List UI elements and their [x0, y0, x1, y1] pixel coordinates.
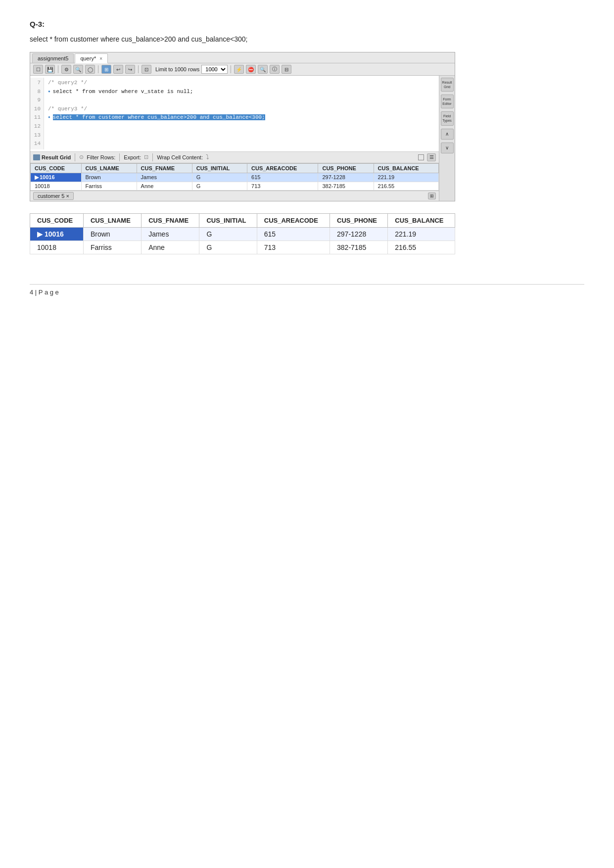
sidebar-chevron-down[interactable]: ∨ [441, 143, 454, 153]
tb-copy-btn[interactable]: ⊡ [142, 65, 151, 74]
cell-cuscode: 10018 [31, 182, 82, 190]
cell-cusphone: 297-1228 [318, 173, 374, 182]
code-line-14 [48, 140, 435, 148]
tb-sep1 [58, 65, 58, 73]
big-cell-cuscode: ▶ 10016 [30, 227, 84, 241]
tab-query-close[interactable]: × [99, 56, 102, 61]
code-line-12 [48, 122, 435, 131]
tb-circle-btn[interactable]: ◯ [85, 65, 95, 74]
line-14: 14 [33, 140, 41, 148]
line-9: 9 [33, 96, 41, 105]
col-header-cusinitial: CUS_INITIAL [192, 163, 247, 173]
big-cell-cusbalance: 216.55 [388, 241, 455, 254]
cell-cusphone: 382-7185 [318, 182, 374, 190]
tab-query[interactable]: query* × [75, 53, 108, 63]
limit-select[interactable]: 1000 [201, 65, 228, 74]
col-header-cuscode: CUS_CODE [31, 163, 82, 173]
big-col-cusphone: CUS_PHONE [330, 213, 388, 227]
result-sep2 [119, 153, 120, 161]
tb-zoom-btn[interactable]: 🔍 [258, 65, 268, 74]
tb-new-btn[interactable]: ☐ [33, 65, 43, 74]
col-header-cusbalance: CUS_BALANCE [374, 163, 438, 173]
line-11: 11 [33, 113, 41, 122]
result-grid-btn[interactable]: ⊞ [428, 193, 436, 199]
cell-cusbalance: 221.19 [374, 173, 438, 182]
line-7: 7 [33, 79, 41, 88]
big-col-cusinitial: CUS_INITIAL [199, 213, 257, 227]
sidebar-result-grid-btn[interactable]: ResultGrid [441, 78, 454, 92]
result-grid-label: Result Grid [42, 154, 71, 160]
footer-page-label: | P a g e [35, 289, 59, 296]
big-cell-cuslname: Farriss [83, 241, 141, 254]
col-header-cusfname: CUS_FNAME [137, 163, 192, 173]
big-cell-cusareacode: 713 [257, 241, 330, 254]
query-text: select * from customer where cus_balance… [30, 35, 584, 43]
wb-main: 7 8 9 10 11 12 13 14 /* query2 */ ● sele… [30, 76, 439, 201]
result-data-table: CUS_CODE CUS_LNAME CUS_FNAME CUS_INITIAL… [30, 163, 439, 191]
bottom-tab-label: customer 5 [38, 193, 64, 199]
hint-checkbox[interactable] [418, 154, 424, 160]
big-col-cuscode: CUS_CODE [30, 213, 84, 227]
code-content[interactable]: /* query2 */ ● select * from vendor wher… [44, 78, 439, 149]
code-line-8: ● select * from vendor where v_state is … [48, 88, 435, 96]
cell-cusinitial: G [192, 182, 247, 190]
page-heading: Q-3: [30, 20, 584, 28]
result-menu-btn[interactable]: ☰ [427, 153, 436, 161]
code-line-11: ● select * from customer where cus_balan… [48, 113, 435, 122]
tb-undo-btn[interactable]: ↩ [113, 65, 123, 74]
footer-page-num: 4 [30, 289, 33, 296]
col-header-cusareacode: CUS_AREACODE [247, 163, 318, 173]
sidebar-field-types-btn[interactable]: FieldTypes [441, 111, 454, 125]
big-table-row[interactable]: ▶ 10016 Brown James G 615 297-1228 221.1… [30, 227, 455, 241]
tb-table-btn[interactable]: ⊟ [282, 65, 291, 74]
result-grid-icon [33, 154, 40, 160]
code-line-7: /* query2 */ [48, 79, 435, 88]
tab-bar: assignment5 query* × [30, 52, 455, 63]
table-row[interactable]: 10018 Farriss Anne G 713 382-7185 216.55 [31, 182, 439, 190]
tb-search-btn[interactable]: 🔍 [73, 65, 83, 74]
big-table-row[interactable]: 10018 Farriss Anne G 713 382-7185 216.55 [30, 241, 455, 254]
sidebar-chevron-up[interactable]: ∧ [441, 129, 454, 140]
cell-cusinitial: G [192, 173, 247, 182]
tb-flash-btn[interactable]: ⚡ [234, 65, 244, 74]
tab-query-label: query* [80, 55, 96, 61]
cell-cusfname: James [137, 173, 192, 182]
wrap-label: Wrap Cell Content: [157, 154, 203, 160]
big-col-cusfname: CUS_FNAME [142, 213, 199, 227]
result-sep3 [152, 153, 153, 161]
col-header-cusphone: CUS_PHONE [318, 163, 374, 173]
code-line-9 [48, 96, 435, 105]
big-cell-cusareacode: 615 [257, 227, 330, 241]
tb-sep2 [98, 65, 98, 73]
table-row[interactable]: ▶10016 Brown James G 615 297-1228 221.19 [31, 173, 439, 182]
workbench-window: assignment5 query* × ☐ 💾 ⚙ 🔍 ◯ ⊞ ↩ ↪ ⊡ L… [30, 52, 455, 201]
line-13: 13 [33, 131, 41, 140]
tb-info-btn[interactable]: ⓘ [270, 65, 280, 74]
sidebar-form-editor-btn[interactable]: FormEditor [441, 95, 454, 108]
tb-redo-btn[interactable]: ↪ [125, 65, 135, 74]
bottom-tab-customer5[interactable]: customer 5 × [33, 192, 74, 200]
tb-grid-btn[interactable]: ⊞ [101, 65, 111, 74]
tb-save-btn[interactable]: 💾 [45, 65, 55, 74]
big-cell-cuscode: 10018 [30, 241, 84, 254]
cell-cuslname: Brown [81, 173, 137, 182]
export-icon[interactable]: ⊡ [144, 154, 148, 160]
bottom-tab-close[interactable]: × [66, 193, 69, 199]
big-cell-cusphone: 297-1228 [330, 227, 388, 241]
result-grid: CUS_CODE CUS_LNAME CUS_FNAME CUS_INITIAL… [30, 163, 439, 191]
wrap-icon[interactable]: ⤵ [206, 153, 209, 161]
line-12: 12 [33, 122, 41, 131]
big-col-cuslname: CUS_LNAME [83, 213, 141, 227]
code-editor[interactable]: 7 8 9 10 11 12 13 14 /* query2 */ ● sele… [30, 76, 439, 152]
result-grid-tab[interactable]: Result Grid [33, 154, 71, 160]
tab-assignment[interactable]: assignment5 [32, 53, 74, 63]
bottom-tab-bar: customer 5 × ⊞ [30, 191, 439, 201]
tb-stop-btn[interactable]: ⛔ [246, 65, 256, 74]
export-label: Export: [124, 154, 141, 160]
code-line-10: /* query3 */ [48, 105, 435, 114]
tb-settings-btn[interactable]: ⚙ [61, 65, 71, 74]
cell-cusbalance: 216.55 [374, 182, 438, 190]
col-header-cuslname: CUS_LNAME [81, 163, 137, 173]
wb-outer: 7 8 9 10 11 12 13 14 /* query2 */ ● sele… [30, 76, 455, 201]
big-col-cusbalance: CUS_BALANCE [388, 213, 455, 227]
